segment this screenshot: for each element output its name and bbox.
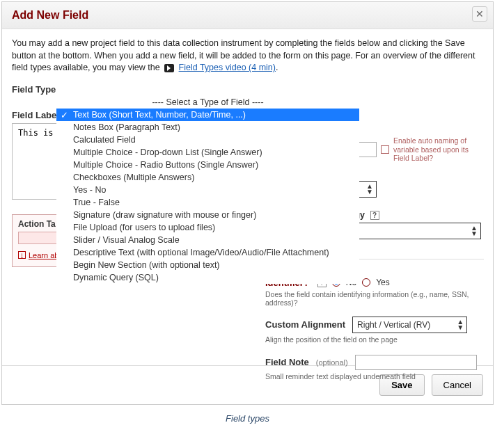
- updown-icon: ▲▼: [366, 184, 373, 195]
- field-type-option[interactable]: Begin New Section (with optional text): [56, 259, 359, 271]
- option-label: Checkboxes (Multiple Answers): [73, 173, 194, 182]
- learn-about-link[interactable]: i Learn ab: [18, 251, 58, 259]
- option-label: Text Box (Short Text, Number, Date/Time,…: [73, 110, 246, 120]
- option-label: Multiple Choice - Drop-down List (Single…: [73, 147, 262, 157]
- intro-end: .: [276, 63, 278, 72]
- auto-name-label: Enable auto naming of variable based upo…: [393, 136, 484, 163]
- option-label: File Upload (for users to upload files): [73, 223, 215, 232]
- option-label: Notes Box (Paragraph Text): [73, 122, 180, 132]
- updown-icon: ▲▼: [457, 319, 464, 330]
- option-label: Dynamic Query (SQL): [73, 273, 159, 282]
- info-icon: i: [18, 251, 26, 259]
- option-label: Multiple Choice - Radio Buttons (Single …: [73, 160, 258, 170]
- updown-icon: ▲▼: [471, 225, 478, 237]
- field-type-dropdown[interactable]: ---- Select a Type of Field ---- ✓Text B…: [56, 96, 359, 284]
- field-type-option[interactable]: Signature (draw signature with mouse or …: [56, 209, 359, 221]
- option-label: Signature (draw signature with mouse or …: [73, 210, 256, 220]
- identifier-note: Does the field contain identifying infor…: [265, 290, 484, 307]
- option-label: Yes - No: [73, 185, 106, 195]
- check-icon: ✓: [61, 110, 68, 120]
- option-label: Descriptive Text (with optional Image/Vi…: [73, 248, 329, 257]
- field-type-option[interactable]: File Upload (for users to upload files): [56, 221, 359, 234]
- close-icon[interactable]: ✕: [472, 6, 487, 22]
- field-type-option[interactable]: ✓Text Box (Short Text, Number, Date/Time…: [56, 109, 359, 121]
- field-type-option[interactable]: Multiple Choice - Drop-down List (Single…: [56, 146, 359, 159]
- field-type-option[interactable]: Slider / Visual Analog Scale: [56, 234, 359, 246]
- intro-text: You may add a new project field to this …: [12, 38, 483, 74]
- field-type-option[interactable]: Descriptive Text (with optional Image/Vi…: [56, 246, 359, 259]
- option-label: True - False: [73, 198, 120, 207]
- field-type-option[interactable]: Calculated Field: [56, 134, 359, 146]
- field-type-option[interactable]: Yes - No: [56, 184, 359, 196]
- option-label: Begin New Section (with optional text): [73, 260, 220, 270]
- fieldnote-row: Field Note (optional): [265, 355, 484, 370]
- add-field-dialog: Add New Field ✕ You may add a new projec…: [1, 1, 494, 405]
- field-type-label: Field Type: [12, 84, 483, 95]
- identifier-yes-radio[interactable]: [362, 278, 370, 287]
- fieldnote-input[interactable]: [355, 355, 477, 370]
- action-tags-label: Action Ta: [18, 219, 56, 229]
- custom-align-value: Right / Vertical (RV): [357, 320, 430, 330]
- dropdown-header[interactable]: ---- Select a Type of Field ----: [56, 96, 359, 109]
- field-type-option[interactable]: Multiple Choice - Radio Buttons (Single …: [56, 159, 359, 171]
- learn-text: Learn ab: [29, 251, 58, 259]
- custom-align-note: Align the position of the field on the p…: [265, 335, 484, 344]
- dialog-title: Add New Field: [12, 9, 483, 22]
- auto-name-checkbox[interactable]: [381, 145, 389, 154]
- field-types-video-link[interactable]: Field Types video (4 min): [179, 63, 276, 72]
- fieldnote-label: Field Note: [265, 357, 309, 367]
- custom-align-label: Custom Alignment: [265, 319, 345, 330]
- option-label: Slider / Visual Analog Scale: [73, 235, 180, 245]
- figure-caption: Field types: [0, 413, 495, 424]
- field-type-option[interactable]: True - False: [56, 196, 359, 209]
- dialog-content: You may add a new project field to this …: [2, 29, 493, 365]
- help-icon[interactable]: ?: [370, 211, 379, 220]
- custom-align-select[interactable]: Right / Vertical (RV) ▲▼: [352, 317, 467, 333]
- option-label: Calculated Field: [73, 135, 136, 145]
- fieldnote-optional: (optional): [316, 358, 348, 367]
- fieldnote-note: Small reminder text displayed underneath…: [265, 372, 484, 381]
- dialog-titlebar: Add New Field ✕: [2, 2, 493, 29]
- field-type-option[interactable]: Notes Box (Paragraph Text): [56, 121, 359, 134]
- field-type-option[interactable]: Checkboxes (Multiple Answers): [56, 171, 359, 184]
- custom-align-row: Custom Alignment Right / Vertical (RV) ▲…: [265, 317, 484, 333]
- field-type-option[interactable]: Dynamic Query (SQL): [56, 271, 359, 284]
- video-icon: [164, 64, 174, 72]
- identifier-yes-label: Yes: [376, 278, 390, 287]
